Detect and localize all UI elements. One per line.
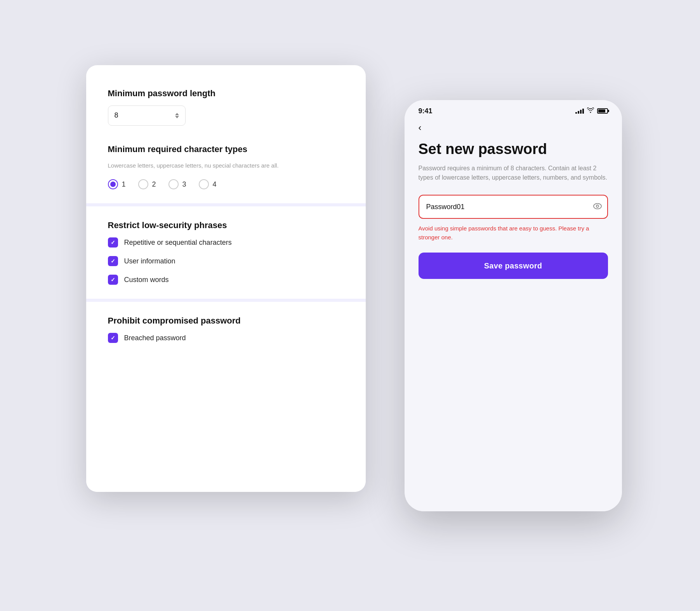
checkbox-item-2[interactable]: ✓ User information [108,256,344,266]
compromised-list: ✓ Breached password [108,333,344,343]
compromised-title: Prohibit compromised password [108,316,344,326]
page-description: Password requires a minimum of 8 charact… [419,164,608,182]
checkbox-item-3[interactable]: ✓ Custom words [108,275,344,285]
svg-point-0 [594,204,601,209]
page-title: Set new password [419,141,608,158]
checkbox-label-breached: Breached password [124,334,186,342]
radio-2[interactable] [138,179,148,189]
radio-item-1[interactable]: 1 [108,179,126,189]
status-bar: 9:41 [405,100,622,118]
char-types-title: Minimum required character types [108,144,344,154]
section-min-length: Minimum password length 8 [108,88,344,126]
signal-bars-icon [575,108,584,114]
battery-fill [598,109,606,113]
battery-icon [597,108,608,114]
checkbox-3[interactable]: ✓ [108,275,118,285]
section-compromised-password: Prohibit compromised password ✓ Breached… [108,316,344,343]
spinner-down[interactable] [175,116,179,118]
wifi-icon [587,107,594,114]
checkbox-2[interactable]: ✓ [108,256,118,266]
radio-item-2[interactable]: 2 [138,179,156,189]
radio-label-2: 2 [152,180,156,189]
char-types-radio-group: 1 2 3 4 [108,179,344,189]
section-char-types: Minimum required character types Lowerca… [108,144,344,190]
bar-1 [575,112,577,114]
radio-item-4[interactable]: 4 [199,179,217,189]
phone-content: ‹ Set new password Password requires a m… [405,118,622,511]
password-input-wrapper [419,195,608,219]
status-time: 9:41 [419,107,433,115]
mobile-phone: 9:41 [405,100,622,511]
radio-label-3: 3 [182,180,186,189]
error-message: Avoid using simple passwords that are ea… [419,224,608,242]
radio-1[interactable] [108,179,118,189]
checkbox-label-3: Custom words [124,276,169,284]
checkbox-1[interactable]: ✓ [108,237,118,248]
bar-3 [580,110,582,114]
radio-label-4: 4 [213,180,217,189]
section-divider-1 [86,203,366,206]
password-input[interactable] [419,195,608,219]
min-length-value: 8 [115,111,118,119]
checkmark-1: ✓ [111,239,115,246]
min-length-input[interactable]: 8 [108,106,186,126]
section-divider-2 [86,299,366,302]
radio-3[interactable] [168,179,179,189]
checkbox-item-1[interactable]: ✓ Repetitive or sequential characters [108,237,344,248]
min-length-title: Minimum password length [108,88,344,99]
admin-settings-panel: Minimum password length 8 Minimum requir… [86,65,366,492]
svg-point-1 [596,205,599,208]
checkmark-breached: ✓ [111,335,115,341]
checkbox-label-2: User information [124,257,175,265]
radio-item-3[interactable]: 3 [168,179,186,189]
checkmark-3: ✓ [111,277,115,283]
spinner-arrows[interactable] [175,113,179,118]
char-types-subtitle: Lowercase letters, uppercase letters, nu… [108,161,344,170]
radio-label-1: 1 [122,180,126,189]
section-restrict-phrases: Restrict low-security phrases ✓ Repetiti… [108,220,344,285]
radio-4[interactable] [199,179,209,189]
eye-icon[interactable] [593,203,602,211]
checkmark-2: ✓ [111,258,115,264]
bar-2 [578,111,579,114]
back-button[interactable]: ‹ [419,122,422,133]
restrict-phrases-list: ✓ Repetitive or sequential characters ✓ … [108,237,344,285]
checkbox-item-breached[interactable]: ✓ Breached password [108,333,344,343]
save-password-button[interactable]: Save password [419,253,608,279]
status-icons [575,107,608,114]
checkbox-label-1: Repetitive or sequential characters [124,239,232,247]
checkbox-breached[interactable]: ✓ [108,333,118,343]
bar-4 [582,109,584,114]
spinner-up[interactable] [175,113,179,115]
restrict-phrases-title: Restrict low-security phrases [108,220,344,230]
